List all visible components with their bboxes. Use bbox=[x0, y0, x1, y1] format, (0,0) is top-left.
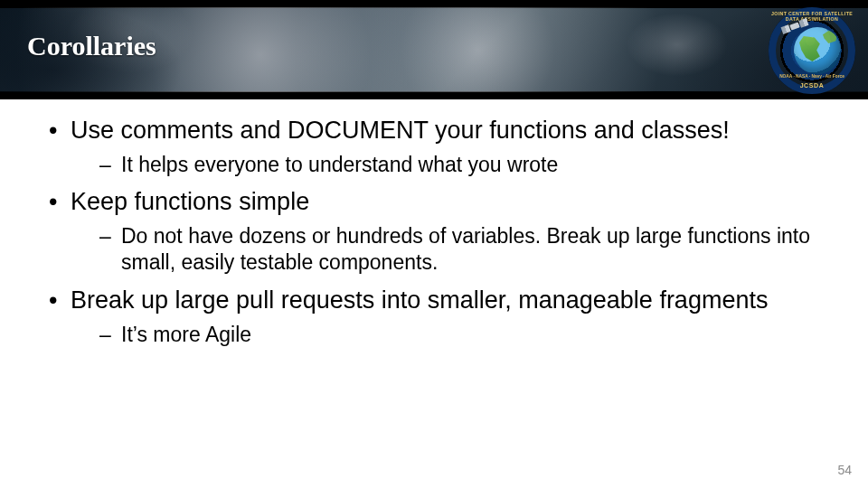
logo-agencies-text: NOAA · NASA · Navy · Air Force bbox=[769, 74, 855, 79]
banner-top-bar bbox=[0, 0, 868, 7]
sub-bullet-item: It’s more Agile bbox=[71, 322, 825, 348]
logo-bottom-text: JCSDA bbox=[769, 82, 855, 89]
sub-bullet-text: Do not have dozens or hundreds of variab… bbox=[121, 224, 810, 274]
jcsda-logo: JOINT CENTER FOR SATELLITE DATA ASSIMILA… bbox=[769, 7, 855, 94]
bullet-item: Keep functions simple Do not have dozens… bbox=[43, 187, 825, 277]
sub-bullet-text: It’s more Agile bbox=[121, 323, 251, 346]
bullet-list: Use comments and DOCUMENT your functions… bbox=[43, 116, 825, 348]
globe-icon bbox=[794, 27, 841, 74]
sub-bullet-item: Do not have dozens or hundreds of variab… bbox=[71, 223, 825, 277]
sub-bullet-item: It helps everyone to understand what you… bbox=[71, 152, 825, 178]
bullet-text: Break up large pull requests into smalle… bbox=[71, 286, 768, 314]
slide-body: Use comments and DOCUMENT your functions… bbox=[43, 116, 825, 357]
sub-bullet-list: Do not have dozens or hundreds of variab… bbox=[71, 223, 825, 277]
bullet-text: Use comments and DOCUMENT your functions… bbox=[71, 117, 730, 144]
bullet-text: Keep functions simple bbox=[71, 188, 309, 215]
bullet-item: Use comments and DOCUMENT your functions… bbox=[43, 116, 825, 178]
header-banner: Corollaries JOINT CENTER FOR SATELLITE D… bbox=[0, 0, 868, 99]
sub-bullet-list: It’s more Agile bbox=[71, 322, 825, 348]
sub-bullet-list: It helps everyone to understand what you… bbox=[71, 152, 825, 178]
bullet-item: Break up large pull requests into smalle… bbox=[43, 286, 825, 348]
banner-bottom-bar bbox=[0, 92, 868, 99]
page-number: 54 bbox=[837, 463, 852, 477]
slide: Corollaries JOINT CENTER FOR SATELLITE D… bbox=[0, 0, 868, 488]
logo-top-text: JOINT CENTER FOR SATELLITE DATA ASSIMILA… bbox=[769, 11, 855, 22]
sub-bullet-text: It helps everyone to understand what you… bbox=[121, 153, 558, 176]
slide-title: Corollaries bbox=[27, 31, 156, 61]
